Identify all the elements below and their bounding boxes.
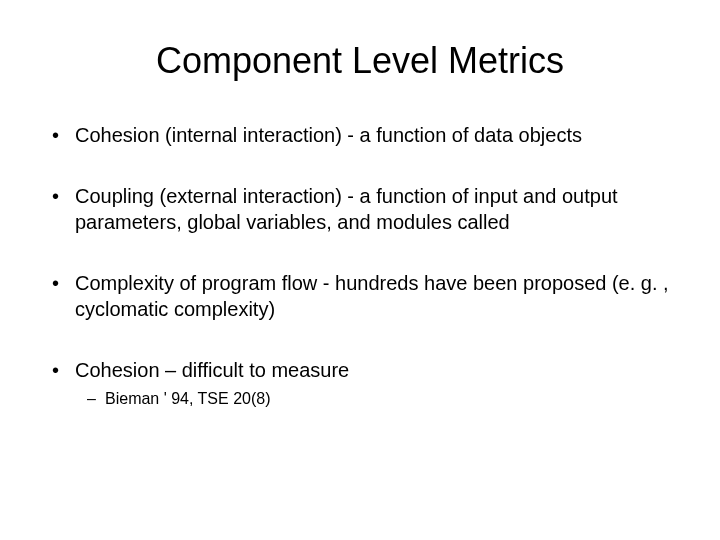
bullet-text: Cohesion (internal interaction) - a func…	[75, 124, 582, 146]
slide-title: Component Level Metrics	[40, 40, 680, 82]
sub-bullet-text: Bieman ' 94, TSE 20(8)	[105, 390, 271, 407]
sub-bullet-item: Bieman ' 94, TSE 20(8)	[75, 389, 680, 410]
bullet-item: Cohesion – difficult to measure Bieman '…	[40, 357, 680, 410]
bullet-item: Cohesion (internal interaction) - a func…	[40, 122, 680, 148]
bullet-text: Coupling (external interaction) - a func…	[75, 185, 618, 233]
bullet-text: Complexity of program flow - hundreds ha…	[75, 272, 669, 320]
bullet-item: Complexity of program flow - hundreds ha…	[40, 270, 680, 322]
bullet-list: Cohesion (internal interaction) - a func…	[40, 122, 680, 410]
bullet-text: Cohesion – difficult to measure	[75, 359, 349, 381]
bullet-item: Coupling (external interaction) - a func…	[40, 183, 680, 235]
sub-bullet-list: Bieman ' 94, TSE 20(8)	[75, 389, 680, 410]
